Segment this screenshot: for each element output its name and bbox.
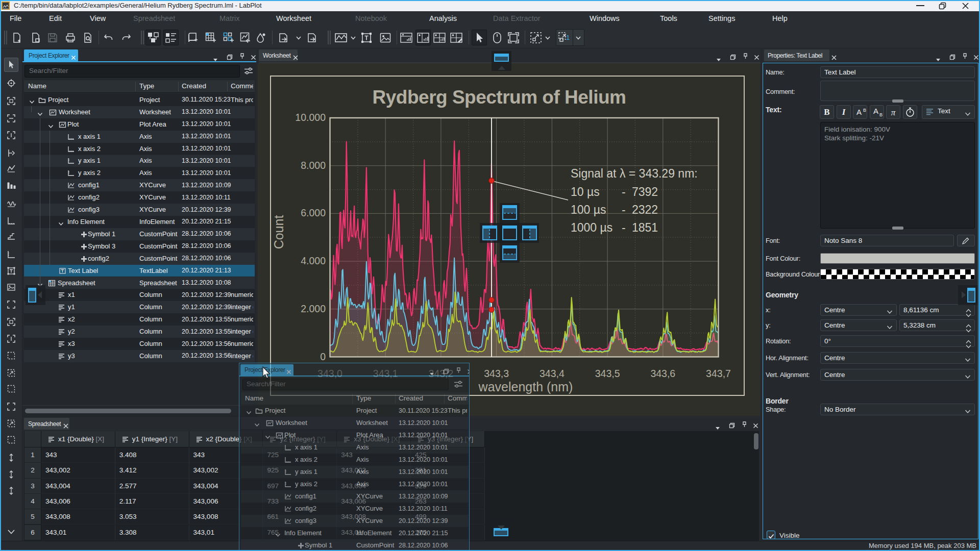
svg-text:1851: 1851 xyxy=(632,221,658,234)
svg-text:-: - xyxy=(622,203,626,216)
svg-text:π: π xyxy=(891,108,896,117)
svg-text:343,5: 343,5 xyxy=(595,368,620,379)
svg-text:1: 1 xyxy=(566,34,570,41)
svg-text:2.000: 2.000 xyxy=(301,303,326,314)
svg-text:I: I xyxy=(841,107,846,117)
svg-text:B: B xyxy=(824,107,829,117)
svg-text:A: A xyxy=(873,107,878,115)
svg-text:7392: 7392 xyxy=(632,185,658,198)
svg-text:6.000: 6.000 xyxy=(301,207,326,218)
svg-text:-: - xyxy=(622,185,626,198)
svg-text:Rydberg Spectrum of Helium: Rydberg Spectrum of Helium xyxy=(373,87,626,108)
svg-text:343,3: 343,3 xyxy=(484,368,509,379)
svg-text:2322: 2322 xyxy=(632,203,658,216)
svg-text:Signal at λ = 343.29 nm:: Signal at λ = 343.29 nm: xyxy=(571,167,698,180)
svg-text:343,7: 343,7 xyxy=(706,368,731,379)
svg-text:B: B xyxy=(863,108,866,113)
svg-text:343,6: 343,6 xyxy=(650,368,675,379)
svg-text:10 µs: 10 µs xyxy=(571,185,600,198)
svg-text:100 µs: 100 µs xyxy=(571,203,606,216)
svg-text:1000 µs: 1000 µs xyxy=(571,221,612,234)
svg-text:10.000: 10.000 xyxy=(295,112,326,123)
svg-text:343,4: 343,4 xyxy=(540,368,565,379)
svg-text:-: - xyxy=(622,221,626,234)
svg-text:B: B xyxy=(879,112,883,117)
svg-text:4.000: 4.000 xyxy=(301,255,326,266)
svg-text:Count: Count xyxy=(272,215,286,249)
svg-text:8.000: 8.000 xyxy=(301,160,326,171)
svg-text:0: 0 xyxy=(320,351,326,362)
svg-text:A: A xyxy=(856,108,862,116)
svg-text:wavelength (nm): wavelength (nm) xyxy=(478,380,573,394)
